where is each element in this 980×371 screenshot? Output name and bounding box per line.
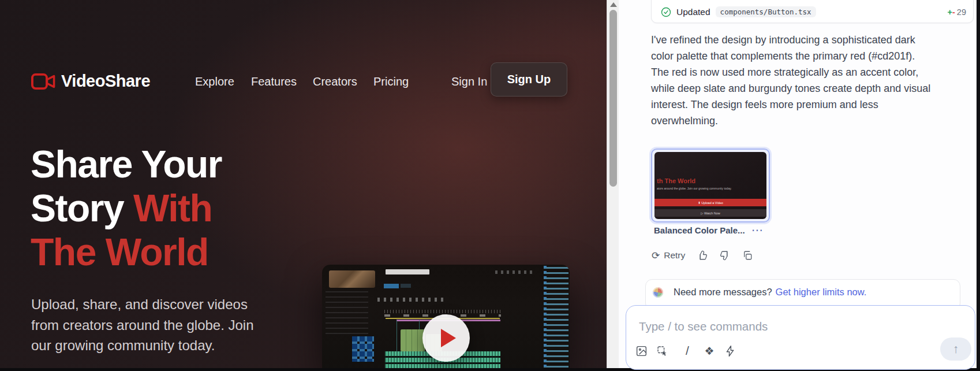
window-right-edge xyxy=(977,0,980,371)
nav-link-creators[interactable]: Creators xyxy=(313,75,357,88)
check-circle-icon xyxy=(661,7,671,17)
message-line: The red is now used more strategically a… xyxy=(651,64,980,80)
tagline-line: our growing community today. xyxy=(31,335,254,356)
copy-icon xyxy=(742,250,753,261)
message-line: interest. The design feels more premium … xyxy=(651,97,980,113)
tagline-line: from creators around the globe. Join xyxy=(31,315,254,336)
lightning-icon xyxy=(724,345,736,357)
diff-stats: +-29 xyxy=(948,8,966,17)
mini-hero-heading: th The World xyxy=(657,177,695,184)
limits-text: Need more messages? xyxy=(674,287,772,298)
editor-icon-grid xyxy=(352,336,374,362)
hero-line2-accent: With xyxy=(133,187,212,229)
play-button[interactable] xyxy=(422,314,470,362)
editor-source-thumbnail xyxy=(329,270,375,288)
scrollbar-thumb[interactable] xyxy=(609,10,617,187)
message-line: while deep slate and burgundy tones crea… xyxy=(651,80,980,97)
diff-plus: + xyxy=(948,8,952,17)
screenshot-root: VideoShare Explore Features Creators Pri… xyxy=(0,0,980,371)
get-higher-limits-link[interactable]: Get higher limits now. xyxy=(776,287,867,298)
status-label: Updated xyxy=(676,7,710,17)
select-element-button[interactable] xyxy=(655,345,669,357)
hero-video-preview xyxy=(322,265,570,371)
file-path-chip: components/Button.tsx xyxy=(716,6,816,17)
select-cursor-icon xyxy=(656,345,668,357)
composer: / ❖ ↑ xyxy=(626,305,975,370)
chat-panel: Updated components/Button.tsx +-29 I've … xyxy=(619,0,980,371)
version-menu-ellipsis-icon[interactable]: ⋯ xyxy=(751,223,764,237)
image-icon xyxy=(635,345,648,357)
editor-toolbar-icons xyxy=(377,298,444,302)
thumbs-up-button[interactable] xyxy=(697,250,708,261)
vertical-scrollbar[interactable] xyxy=(607,0,619,371)
hero-tagline: Upload, share, and discover videos from … xyxy=(31,294,254,356)
composer-toolbar: / ❖ xyxy=(634,342,744,360)
send-arrow-icon: ↑ xyxy=(953,342,959,356)
hero-line3: The World xyxy=(31,231,208,273)
refresh-icon: ⟳ xyxy=(652,251,660,261)
limits-banner-row: Need more messages? Get higher limits no… xyxy=(653,287,866,298)
editor-file-list xyxy=(544,266,568,370)
version-preview-card[interactable]: th The World ators around the globe. Joi… xyxy=(651,149,770,222)
blocks-button[interactable]: ❖ xyxy=(702,344,716,358)
retry-button[interactable]: ⟳ Retry xyxy=(652,250,685,261)
diff-minus: - xyxy=(952,8,955,17)
retry-label: Retry xyxy=(664,250,685,261)
editor-track-line xyxy=(397,320,397,355)
send-button[interactable]: ↑ xyxy=(940,337,971,361)
hero-heading: Share Your Story With The World xyxy=(31,142,222,274)
chat-input[interactable] xyxy=(639,317,939,336)
message-line: I've refined the design by introducing a… xyxy=(651,32,980,48)
thumbs-down-icon xyxy=(720,250,730,261)
editor-file-list-icons xyxy=(544,266,547,370)
message-line: overwhelming. xyxy=(651,113,980,129)
editor-left-panel-rows xyxy=(326,291,368,334)
tagline-line: Upload, share, and discover videos xyxy=(31,294,254,315)
thumbs-down-button[interactable] xyxy=(720,250,730,261)
message-line: color palette that complements the prima… xyxy=(651,48,980,64)
version-thumbnail: th The World ators around the globe. Joi… xyxy=(654,152,766,219)
nav-link-explore[interactable]: Explore xyxy=(195,75,234,88)
site-logo[interactable]: VideoShare xyxy=(31,72,150,91)
file-update-card[interactable]: Updated components/Button.tsx +-29 xyxy=(651,0,974,23)
sign-in-link[interactable]: Sign In xyxy=(451,75,487,88)
editor-video-clips xyxy=(401,329,425,351)
video-camera-icon xyxy=(31,73,55,90)
editor-title-strip xyxy=(386,269,429,274)
mini-watch-button: ▷ Watch Now xyxy=(654,209,766,217)
diff-count: 29 xyxy=(957,8,966,17)
message-actions: ⟳ Retry xyxy=(652,250,753,261)
brand-name: VideoShare xyxy=(61,72,150,91)
editor-dropdown xyxy=(401,284,411,288)
thumbs-up-icon xyxy=(697,250,708,261)
file-update-row: Updated components/Button.tsx +-29 xyxy=(661,6,966,17)
site-preview: VideoShare Explore Features Creators Pri… xyxy=(0,0,607,371)
editor-blue-buttons xyxy=(384,284,399,288)
quick-actions-button[interactable] xyxy=(723,345,737,357)
version-title[interactable]: Balanced Color Pale... xyxy=(654,225,745,235)
scrollbar-up-arrow-icon[interactable] xyxy=(610,2,617,7)
hero-line2-white: Story xyxy=(31,187,133,229)
sign-up-button[interactable]: Sign Up xyxy=(491,62,567,97)
mini-tagline: ators around the globe. Join our growing… xyxy=(657,187,732,190)
slash-command-button[interactable]: / xyxy=(680,344,694,358)
attach-image-button[interactable] xyxy=(634,345,648,357)
assistant-message: I've refined the design by introducing a… xyxy=(651,32,980,129)
nav-link-pricing[interactable]: Pricing xyxy=(373,75,409,88)
mini-upload-button: ⬆ Upload a Video xyxy=(654,199,766,206)
editor-timeline-ruler xyxy=(384,310,501,313)
editor-top-icons xyxy=(495,270,536,274)
hero-line1: Share Your xyxy=(31,143,222,186)
nav-link-features[interactable]: Features xyxy=(251,75,297,88)
usage-pie-icon xyxy=(653,287,663,298)
copy-button[interactable] xyxy=(742,250,753,261)
